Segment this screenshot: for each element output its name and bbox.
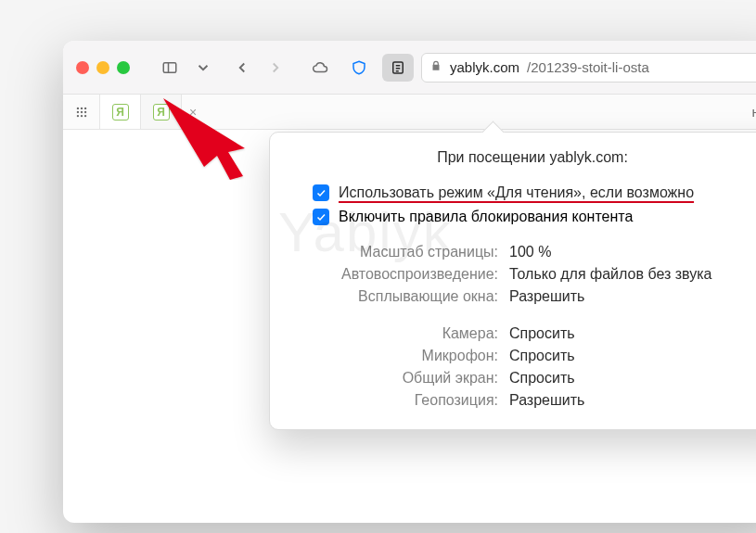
content-blocking-row[interactable]: Включить правила блокирования контента [290, 207, 756, 231]
address-bar[interactable]: yablyk.com/201239-stoit-li-osta [421, 53, 756, 82]
svg-point-10 [80, 110, 82, 112]
popover-title: При посещении yablyk.com: [290, 149, 756, 166]
reader-mode-row[interactable]: Использовать режим «Для чтения», если во… [290, 183, 756, 207]
site-settings-popover: При посещении yablyk.com: Использовать р… [269, 132, 756, 430]
favicon-icon: Я [112, 104, 129, 121]
icloud-tabs-button[interactable] [304, 54, 336, 82]
svg-point-8 [83, 107, 85, 108]
svg-point-11 [83, 110, 85, 112]
tab-overview-button[interactable] [63, 95, 100, 129]
svg-point-6 [76, 107, 78, 108]
geo-value[interactable]: Разрешить [509, 392, 752, 409]
reader-mode-checkbox[interactable] [313, 184, 329, 201]
mic-value[interactable]: Спросить [509, 348, 752, 364]
zoom-value[interactable]: 100 % [509, 244, 752, 260]
browser-window: yablyk.com/201239-stoit-li-osta Я Я × ни… [63, 41, 756, 523]
content-blocking-label: Включить правила блокирования контента [339, 209, 633, 225]
popups-value[interactable]: Разрешить [509, 288, 752, 305]
autoplay-value[interactable]: Только для файлов без звука [509, 266, 752, 283]
reader-mode-label: Использовать режим «Для чтения», если во… [339, 184, 694, 201]
tab-1[interactable]: Я [100, 95, 141, 129]
minimize-window-button[interactable] [96, 61, 109, 74]
popups-label: Всплывающие окна: [313, 288, 498, 305]
close-window-button[interactable] [76, 61, 89, 74]
favicon-icon: Я [153, 104, 170, 121]
tab-2[interactable]: Я [141, 95, 182, 129]
svg-point-14 [83, 114, 85, 116]
geo-label: Геопозиция: [313, 392, 498, 409]
autoplay-label: Автовоспроизведение: [313, 266, 498, 283]
camera-label: Камера: [313, 325, 498, 342]
content-blocking-checkbox[interactable] [313, 209, 329, 225]
sidebar-menu-chevron-icon[interactable] [193, 54, 213, 82]
tab-bar: Я Я × нит [63, 95, 756, 130]
back-button[interactable] [226, 54, 258, 82]
zoom-window-button[interactable] [117, 61, 130, 74]
camera-value[interactable]: Спросить [509, 325, 752, 342]
svg-point-12 [76, 114, 78, 116]
forward-button[interactable] [260, 54, 291, 82]
svg-point-7 [80, 107, 82, 108]
window-controls [76, 61, 130, 74]
privacy-report-button[interactable] [343, 54, 375, 82]
svg-point-13 [80, 114, 82, 116]
screen-value[interactable]: Спросить [509, 370, 752, 387]
svg-point-9 [76, 110, 78, 112]
screen-label: Общий экран: [313, 370, 498, 387]
close-tab-button[interactable]: × [182, 95, 204, 129]
sidebar-toggle-button[interactable] [154, 54, 186, 82]
url-path: /201239-stoit-li-osta [527, 59, 649, 75]
url-host: yablyk.com [450, 59, 519, 75]
lock-icon [429, 59, 442, 75]
tab-title-fragment: нит [204, 95, 756, 129]
reader-settings-button[interactable] [382, 54, 414, 82]
svg-rect-0 [163, 62, 176, 72]
mic-label: Микрофон: [313, 348, 498, 364]
zoom-label: Масштаб страницы: [313, 244, 498, 260]
toolbar: yablyk.com/201239-stoit-li-osta [63, 41, 756, 95]
